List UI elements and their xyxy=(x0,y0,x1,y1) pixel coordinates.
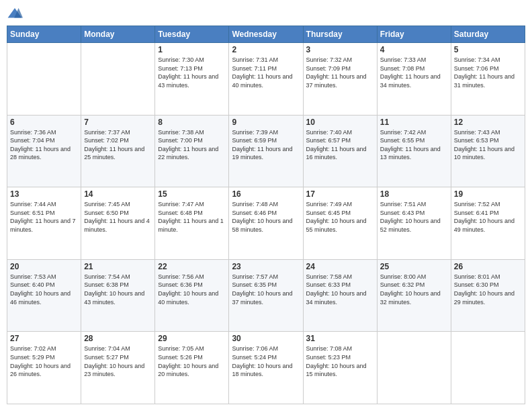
day-info: Sunrise: 7:40 AMSunset: 6:57 PMDaylight:… xyxy=(306,128,374,162)
day-number: 25 xyxy=(380,262,448,271)
day-info: Sunrise: 7:53 AMSunset: 6:40 PMDaylight:… xyxy=(10,273,78,306)
calendar-cell: 14Sunrise: 7:45 AMSunset: 6:50 PMDayligh… xyxy=(81,187,155,260)
day-number: 16 xyxy=(232,189,300,199)
day-info: Sunrise: 7:54 AMSunset: 6:38 PMDaylight:… xyxy=(84,273,152,306)
logo-icon xyxy=(7,7,23,20)
day-number: 7 xyxy=(84,118,152,127)
calendar-cell: 8Sunrise: 7:38 AMSunset: 7:00 PMDaylight… xyxy=(155,115,229,187)
calendar-cell: 17Sunrise: 7:49 AMSunset: 6:45 PMDayligh… xyxy=(303,187,377,260)
day-number: 14 xyxy=(84,189,152,199)
calendar-cell: 10Sunrise: 7:40 AMSunset: 6:57 PMDayligh… xyxy=(303,115,377,187)
calendar-cell: 3Sunrise: 7:32 AMSunset: 7:09 PMDaylight… xyxy=(303,43,377,116)
calendar-cell: 5Sunrise: 7:34 AMSunset: 7:06 PMDaylight… xyxy=(451,43,525,116)
calendar-week-row: 13Sunrise: 7:44 AMSunset: 6:51 PMDayligh… xyxy=(7,187,525,260)
day-number: 12 xyxy=(454,118,522,127)
day-info: Sunrise: 7:38 AMSunset: 7:00 PMDaylight:… xyxy=(158,128,226,162)
day-number: 27 xyxy=(10,334,78,343)
calendar-header-row: SundayMondayTuesdayWednesdayThursdayFrid… xyxy=(7,26,525,43)
day-info: Sunrise: 7:33 AMSunset: 7:08 PMDaylight:… xyxy=(380,56,448,89)
day-info: Sunrise: 8:00 AMSunset: 6:32 PMDaylight:… xyxy=(380,273,448,306)
day-number: 5 xyxy=(454,45,522,54)
day-number: 8 xyxy=(158,118,226,127)
day-number: 18 xyxy=(380,189,448,199)
calendar-cell: 15Sunrise: 7:47 AMSunset: 6:48 PMDayligh… xyxy=(155,187,229,260)
day-info: Sunrise: 7:47 AMSunset: 6:48 PMDaylight:… xyxy=(158,200,226,234)
day-number: 24 xyxy=(306,262,374,271)
day-info: Sunrise: 7:43 AMSunset: 6:53 PMDaylight:… xyxy=(454,128,522,162)
day-info: Sunrise: 7:34 AMSunset: 7:06 PMDaylight:… xyxy=(454,56,522,89)
day-number: 10 xyxy=(306,118,374,127)
day-info: Sunrise: 7:56 AMSunset: 6:36 PMDaylight:… xyxy=(158,273,226,306)
day-of-week-header: Sunday xyxy=(7,26,81,43)
calendar-cell: 18Sunrise: 7:51 AMSunset: 6:43 PMDayligh… xyxy=(377,187,451,260)
day-number: 28 xyxy=(84,334,152,343)
day-number: 13 xyxy=(10,189,78,199)
day-info: Sunrise: 7:02 AMSunset: 5:29 PMDaylight:… xyxy=(10,345,78,378)
calendar-cell: 26Sunrise: 8:01 AMSunset: 6:30 PMDayligh… xyxy=(451,259,525,332)
calendar-cell: 31Sunrise: 7:08 AMSunset: 5:23 PMDayligh… xyxy=(303,332,377,404)
day-number: 15 xyxy=(158,189,226,199)
day-number: 1 xyxy=(158,45,226,54)
day-number: 22 xyxy=(158,262,226,271)
calendar-cell: 25Sunrise: 8:00 AMSunset: 6:32 PMDayligh… xyxy=(377,259,451,332)
day-number: 29 xyxy=(158,334,226,343)
day-info: Sunrise: 7:51 AMSunset: 6:43 PMDaylight:… xyxy=(380,200,448,234)
day-of-week-header: Wednesday xyxy=(229,26,303,43)
calendar-cell xyxy=(7,43,81,116)
calendar-cell: 1Sunrise: 7:30 AMSunset: 7:13 PMDaylight… xyxy=(155,43,229,116)
day-info: Sunrise: 8:01 AMSunset: 6:30 PMDaylight:… xyxy=(454,273,522,306)
day-info: Sunrise: 7:45 AMSunset: 6:50 PMDaylight:… xyxy=(84,200,152,234)
calendar-cell: 7Sunrise: 7:37 AMSunset: 7:02 PMDaylight… xyxy=(81,115,155,187)
calendar-cell: 28Sunrise: 7:04 AMSunset: 5:27 PMDayligh… xyxy=(81,332,155,404)
calendar-cell: 11Sunrise: 7:42 AMSunset: 6:55 PMDayligh… xyxy=(377,115,451,187)
calendar-cell: 29Sunrise: 7:05 AMSunset: 5:26 PMDayligh… xyxy=(155,332,229,404)
page: SundayMondayTuesdayWednesdayThursdayFrid… xyxy=(0,0,532,411)
calendar-cell: 30Sunrise: 7:06 AMSunset: 5:24 PMDayligh… xyxy=(229,332,303,404)
day-info: Sunrise: 7:05 AMSunset: 5:26 PMDaylight:… xyxy=(158,345,226,378)
calendar-cell: 20Sunrise: 7:53 AMSunset: 6:40 PMDayligh… xyxy=(7,259,81,332)
calendar-cell: 6Sunrise: 7:36 AMSunset: 7:04 PMDaylight… xyxy=(7,115,81,187)
calendar-week-row: 6Sunrise: 7:36 AMSunset: 7:04 PMDaylight… xyxy=(7,115,525,187)
day-info: Sunrise: 7:42 AMSunset: 6:55 PMDaylight:… xyxy=(380,128,448,162)
day-number: 2 xyxy=(232,45,300,54)
day-number: 9 xyxy=(232,118,300,127)
calendar-cell: 13Sunrise: 7:44 AMSunset: 6:51 PMDayligh… xyxy=(7,187,81,260)
calendar-cell: 27Sunrise: 7:02 AMSunset: 5:29 PMDayligh… xyxy=(7,332,81,404)
day-number: 6 xyxy=(10,118,78,127)
day-info: Sunrise: 7:58 AMSunset: 6:33 PMDaylight:… xyxy=(306,273,374,306)
day-number: 11 xyxy=(380,118,448,127)
day-number: 21 xyxy=(84,262,152,271)
day-info: Sunrise: 7:49 AMSunset: 6:45 PMDaylight:… xyxy=(306,200,374,234)
calendar-cell xyxy=(377,332,451,404)
calendar-cell: 19Sunrise: 7:52 AMSunset: 6:41 PMDayligh… xyxy=(451,187,525,260)
calendar-cell: 4Sunrise: 7:33 AMSunset: 7:08 PMDaylight… xyxy=(377,43,451,116)
day-number: 3 xyxy=(306,45,374,54)
day-info: Sunrise: 7:37 AMSunset: 7:02 PMDaylight:… xyxy=(84,128,152,162)
day-info: Sunrise: 7:08 AMSunset: 5:23 PMDaylight:… xyxy=(306,345,374,378)
day-number: 26 xyxy=(454,262,522,271)
calendar-cell: 21Sunrise: 7:54 AMSunset: 6:38 PMDayligh… xyxy=(81,259,155,332)
calendar-table: SundayMondayTuesdayWednesdayThursdayFrid… xyxy=(7,26,525,404)
day-number: 23 xyxy=(232,262,300,271)
calendar-cell: 9Sunrise: 7:39 AMSunset: 6:59 PMDaylight… xyxy=(229,115,303,187)
day-of-week-header: Friday xyxy=(377,26,451,43)
day-of-week-header: Saturday xyxy=(451,26,525,43)
day-info: Sunrise: 7:52 AMSunset: 6:41 PMDaylight:… xyxy=(454,200,522,234)
day-number: 19 xyxy=(454,189,522,199)
day-info: Sunrise: 7:04 AMSunset: 5:27 PMDaylight:… xyxy=(84,345,152,378)
calendar-cell: 12Sunrise: 7:43 AMSunset: 6:53 PMDayligh… xyxy=(451,115,525,187)
calendar-cell: 2Sunrise: 7:31 AMSunset: 7:11 PMDaylight… xyxy=(229,43,303,116)
day-number: 17 xyxy=(306,189,374,199)
day-info: Sunrise: 7:39 AMSunset: 6:59 PMDaylight:… xyxy=(232,128,300,162)
day-info: Sunrise: 7:44 AMSunset: 6:51 PMDaylight:… xyxy=(10,200,78,234)
calendar-cell: 22Sunrise: 7:56 AMSunset: 6:36 PMDayligh… xyxy=(155,259,229,332)
calendar-week-row: 1Sunrise: 7:30 AMSunset: 7:13 PMDaylight… xyxy=(7,43,525,116)
day-info: Sunrise: 7:31 AMSunset: 7:11 PMDaylight:… xyxy=(232,56,300,89)
day-info: Sunrise: 7:30 AMSunset: 7:13 PMDaylight:… xyxy=(158,56,226,89)
day-of-week-header: Tuesday xyxy=(155,26,229,43)
day-number: 30 xyxy=(232,334,300,343)
calendar-cell xyxy=(451,332,525,404)
day-info: Sunrise: 7:36 AMSunset: 7:04 PMDaylight:… xyxy=(10,128,78,162)
day-of-week-header: Thursday xyxy=(303,26,377,43)
calendar-week-row: 20Sunrise: 7:53 AMSunset: 6:40 PMDayligh… xyxy=(7,259,525,332)
